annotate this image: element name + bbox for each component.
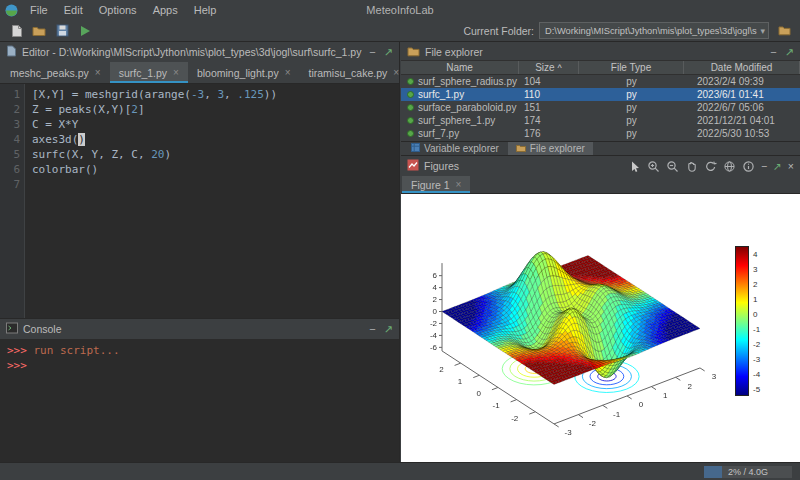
file-table: surf_sphere_radius.py104py2023/2/4 09:39… [401, 75, 800, 141]
float-icon[interactable]: ↗ [773, 160, 782, 172]
run-script-button[interactable] [75, 22, 95, 40]
colorbar-tick-label: 2 [753, 279, 757, 288]
info-icon[interactable] [742, 160, 755, 173]
line-number: 1 [0, 87, 20, 102]
tab-figure-1[interactable]: Figure 1 × [402, 176, 470, 193]
editor-tab-surfc_1.py[interactable]: surfc_1.py× [110, 62, 188, 83]
code-token: -3 [191, 88, 204, 101]
memory-indicator[interactable]: 2% / 4.0G [704, 466, 792, 478]
tab-variable-explorer[interactable]: Variable explorer [403, 142, 507, 155]
code-token: Z = peaks(X,Y)[ [32, 103, 131, 116]
minimize-icon[interactable]: − [369, 46, 375, 58]
file-modified-cell: 2021/12/21 04:01 [684, 115, 800, 126]
memory-text: 2% / 4.0G [728, 467, 768, 477]
tab-close-icon[interactable]: × [456, 179, 462, 190]
code-token: 20 [151, 148, 164, 161]
file-name: surf_7.py [418, 128, 459, 139]
file-explorer-panel: File explorer − ↗ NameSize^File TypeDate… [401, 42, 800, 155]
file-name: surf_sphere_radius.py [418, 76, 517, 87]
tab-label: tiramisu_cake.py [309, 67, 388, 79]
code-line: [X,Y] = meshgrid(arange(-3, 3, .125)) [32, 87, 399, 102]
column-header-Date Modified[interactable]: Date Modified [684, 61, 800, 74]
file-name-cell: surf_sphere_radius.py [401, 76, 519, 87]
close-icon[interactable]: × [788, 160, 794, 172]
console-line: >>> [7, 358, 392, 373]
column-header-File Type[interactable]: File Type [579, 61, 684, 74]
console-line: >>> run script... [7, 343, 392, 358]
code-token: .125 [237, 88, 264, 101]
editor-tab-meshc_peaks.py[interactable]: meshc_peaks.py× [1, 62, 110, 83]
editor-icon [6, 45, 17, 59]
menu-file[interactable]: File [22, 2, 56, 18]
file-row-surf_sphere_radius.py[interactable]: surf_sphere_radius.py104py2023/2/4 09:39 [401, 75, 800, 88]
open-file-button[interactable] [29, 22, 49, 40]
tab-close-icon[interactable]: × [95, 67, 101, 78]
editor-tabbar: meshc_peaks.py×surfc_1.py×blooming_light… [0, 62, 399, 84]
file-modified-cell: 2023/2/4 09:39 [684, 76, 800, 87]
file-size-cell: 110 [519, 89, 579, 100]
tab-close-icon[interactable]: × [393, 67, 399, 78]
file-row-surfc_1.py[interactable]: surfc_1.py110py2023/6/1 01:41 [401, 88, 800, 101]
column-header-Name[interactable]: Name [401, 61, 519, 74]
pan-hand-icon[interactable] [685, 160, 698, 173]
figures-tabbar: Figure 1 × [401, 176, 800, 194]
column-label: Size [535, 62, 554, 73]
menu-apps[interactable]: Apps [145, 2, 186, 18]
file-row-surf_7.py[interactable]: surf_7.py176py2022/5/30 10:53 [401, 127, 800, 140]
menu-help[interactable]: Help [186, 2, 225, 18]
current-folder-combobox[interactable]: D:\Working\MIScript\Jython\mis\plot_type… [539, 22, 769, 39]
file-size-cell: 151 [519, 102, 579, 113]
minimize-icon[interactable]: − [770, 46, 776, 58]
menu-options[interactable]: Options [91, 2, 145, 18]
save-button[interactable] [52, 22, 72, 40]
dropdown-caret-icon[interactable]: ▾ [760, 26, 765, 36]
file-type-cell: py [579, 89, 684, 100]
console-output[interactable]: >>> run script...>>> [0, 339, 399, 462]
line-number: 2 [0, 102, 20, 117]
colorbar-tick-label: 4 [753, 249, 757, 258]
rotate-icon[interactable] [704, 160, 717, 173]
file-explorer-header: File explorer − ↗ [401, 42, 800, 62]
zoom-out-icon[interactable] [666, 160, 679, 173]
column-header-Size[interactable]: Size^ [519, 61, 579, 74]
file-name-cell: surface_paraboloid.py [401, 102, 519, 113]
figure-3d-surface-plot[interactable] [403, 194, 735, 462]
minimize-icon[interactable]: − [761, 160, 767, 172]
colorbar-tick-label: -3 [753, 354, 760, 363]
code-token: , [204, 88, 217, 101]
tab-label: surfc_1.py [119, 67, 167, 79]
memory-usage-fill [704, 466, 722, 478]
browse-folder-button[interactable] [774, 22, 794, 40]
float-icon[interactable]: ↗ [384, 323, 393, 336]
editor-tab-tiramisu_cake.py[interactable]: tiramisu_cake.py× [300, 62, 409, 83]
zoom-in-icon[interactable] [647, 160, 660, 173]
file-name-cell: surfc_1.py [401, 89, 519, 100]
editor-tab-blooming_light.py[interactable]: blooming_light.py× [188, 62, 300, 83]
file-type-cell: py [579, 115, 684, 126]
file-row-surface_paraboloid.py[interactable]: surface_paraboloid.py151py2022/6/7 05:06 [401, 101, 800, 114]
tab-file-explorer[interactable]: File explorer [508, 142, 593, 155]
colorbar-tick-label: -2 [753, 339, 760, 348]
line-number: 6 [0, 162, 20, 177]
new-script-button[interactable] [6, 22, 26, 40]
float-icon[interactable]: ↗ [785, 46, 794, 59]
menu-edit[interactable]: Edit [56, 2, 91, 18]
variable-explorer-icon [411, 143, 420, 154]
tab-close-icon[interactable]: × [285, 67, 291, 78]
console-message: run script... [34, 344, 120, 357]
line-number: 7 [0, 177, 20, 192]
tab-close-icon[interactable]: × [173, 67, 179, 78]
editor-panel: Editor - D:\Working\MIScript\Jython\mis\… [0, 42, 400, 318]
file-name: surfc_1.py [418, 89, 464, 100]
code-editor[interactable]: 1234567 [X,Y] = meshgrid(arange(-3, 3, .… [0, 84, 399, 318]
file-row-surf_sphere_1.py[interactable]: surf_sphere_1.py174py2021/12/21 04:01 [401, 114, 800, 127]
code-line: colorbar() [32, 162, 399, 177]
float-icon[interactable]: ↗ [384, 46, 393, 59]
globe-icon[interactable] [723, 160, 736, 173]
select-arrow-icon[interactable] [628, 160, 641, 173]
figures-title: Figures [424, 160, 459, 172]
minimize-icon[interactable]: − [369, 323, 375, 335]
line-number: 5 [0, 147, 20, 162]
figures-icon [407, 159, 419, 173]
sort-asc-icon: ^ [558, 63, 562, 73]
